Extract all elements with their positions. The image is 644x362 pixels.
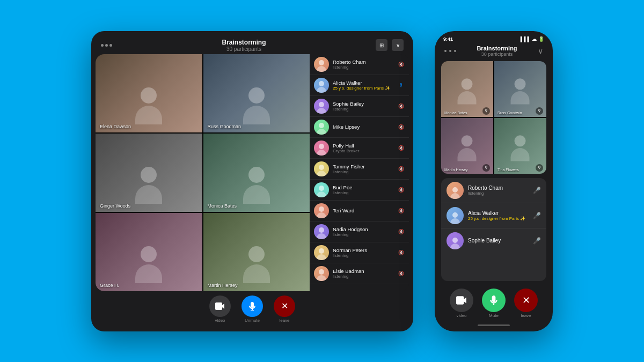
mic-icon: 🔇 bbox=[397, 270, 405, 277]
phone-avatar bbox=[447, 232, 464, 249]
tablet-control-bar: video Unmute ✕ leave bbox=[96, 291, 409, 327]
phone-participant-name-text: Roberto Cham bbox=[468, 185, 529, 191]
mic-icon: 🔇 bbox=[397, 249, 405, 256]
mute-button[interactable]: Unmute bbox=[241, 295, 263, 323]
video-name-2: Russ Goodman bbox=[208, 124, 241, 129]
avatar bbox=[314, 182, 329, 197]
list-item[interactable]: Teri Ward 🔇 bbox=[310, 201, 409, 221]
expand-button[interactable]: ∨ bbox=[392, 39, 404, 51]
phone-participant-status: listening bbox=[468, 191, 529, 196]
tablet-menu-dots[interactable] bbox=[101, 44, 112, 47]
phone-mic-icon: 🎤 bbox=[533, 212, 541, 219]
mute-label: Unmute bbox=[245, 318, 260, 323]
phone-video-cell: Martin Hersey 🎙 bbox=[441, 118, 493, 174]
avatar bbox=[314, 57, 329, 72]
list-item[interactable]: Norman Peters listening 🔇 bbox=[310, 242, 409, 263]
phone-mic-icon: 🎤 bbox=[533, 187, 541, 194]
phone-list-item[interactable]: Sophie Bailey 🎤 bbox=[441, 228, 546, 253]
video-person-5 bbox=[96, 213, 202, 291]
mic-icon: 🔇 bbox=[397, 144, 405, 152]
video-cell: Elena Dawson bbox=[96, 54, 202, 132]
tablet-title-area: Brainstorming 30 participants bbox=[112, 39, 376, 52]
participant-name-text: Tammy Fisher bbox=[333, 164, 393, 169]
list-item[interactable]: Alicia Walker 25 y.o. designer from Pari… bbox=[310, 75, 409, 96]
participant-name-text: Bud Poe bbox=[333, 184, 393, 190]
participant-status: listening bbox=[333, 65, 393, 70]
phone-menu-dots[interactable] bbox=[444, 50, 456, 52]
video-grid: Elena Dawson Russ Goodman Ginger Woods bbox=[96, 54, 310, 291]
list-item[interactable]: Bud Poe listening 🔇 bbox=[310, 180, 409, 201]
phone-leave-icon: ✕ bbox=[514, 289, 538, 312]
phone-mute-button[interactable]: Mute bbox=[482, 289, 506, 318]
phone-home-indicator bbox=[478, 324, 510, 326]
phone-video-cell: Russ Goodwin 🎙 bbox=[494, 61, 546, 117]
list-item[interactable]: Polly Hall Crypto Broker 🔇 bbox=[310, 138, 409, 159]
phone-control-bar: video Mute ✕ leave bbox=[439, 283, 548, 321]
phone-call-title: Brainstorming bbox=[456, 45, 538, 51]
avatar bbox=[314, 141, 329, 156]
phone-avatar bbox=[447, 182, 464, 199]
phone-mic-badge: 🎙 bbox=[536, 164, 543, 172]
phone-video-grid: Monica Bates 🎙 Russ Goodwin 🎙 Martin Her… bbox=[441, 61, 546, 174]
phone-list-item[interactable]: Alicia Walker 25 y.o. designer from Pari… bbox=[441, 203, 546, 228]
avatar bbox=[314, 245, 329, 260]
video-name-3: Ginger Woods bbox=[100, 203, 130, 209]
phone-avatar bbox=[447, 207, 464, 224]
participant-status: 25 y.o. designer from Paris ✨ bbox=[333, 86, 393, 91]
phone-mic-badge: 🎙 bbox=[536, 107, 543, 115]
phone-status-bar: 9:41 ▌▌▌ ☁ 🔋 bbox=[439, 36, 548, 44]
devices-container: Brainstorming 30 participants ⊞ ∨ Elena … bbox=[91, 31, 553, 331]
video-button[interactable]: video bbox=[209, 295, 231, 323]
list-item[interactable]: Nadia Hodgson listening 🔇 bbox=[310, 221, 409, 242]
participant-info: Alicia Walker 25 y.o. designer from Pari… bbox=[333, 80, 393, 91]
participant-status: listening bbox=[333, 232, 393, 237]
avatar bbox=[314, 78, 329, 93]
phone-mic-badge: 🎙 bbox=[482, 164, 490, 172]
phone-video-name: Martin Hersey bbox=[444, 168, 468, 172]
list-item[interactable]: Mike Lipsey 🔇 bbox=[310, 117, 409, 138]
phone-mute-icon bbox=[482, 289, 506, 312]
phone-leave-button[interactable]: ✕ leave bbox=[514, 289, 538, 318]
participant-info: Norman Peters listening bbox=[333, 247, 393, 258]
participant-name-text: Sophie Bailey bbox=[333, 101, 393, 107]
participant-name-text: Mike Lipsey bbox=[333, 124, 393, 130]
phone-title-area: Brainstorming 30 participants bbox=[456, 45, 538, 57]
participant-name-text: Polly Hall bbox=[333, 143, 393, 149]
video-name-1: Elena Dawson bbox=[100, 124, 131, 129]
phone-mute-label: Mute bbox=[489, 313, 499, 318]
participant-status: listening bbox=[333, 253, 393, 258]
list-item[interactable]: Roberto Cham listening 🔇 bbox=[310, 54, 409, 75]
grid-view-button[interactable]: ⊞ bbox=[376, 39, 387, 51]
video-person-4 bbox=[203, 134, 310, 212]
leave-label: leave bbox=[279, 318, 289, 323]
participant-status: listening bbox=[333, 190, 393, 195]
participant-info: Nadia Hodgson listening bbox=[333, 226, 393, 237]
participant-info: Roberto Cham listening bbox=[333, 59, 393, 70]
video-person-3 bbox=[96, 134, 202, 212]
mic-icon: 🔇 bbox=[397, 102, 405, 110]
tablet-header: Brainstorming 30 participants ⊞ ∨ bbox=[96, 35, 409, 54]
list-item[interactable]: Sophie Bailey listening 🔇 bbox=[310, 96, 409, 117]
video-cell: Grace H. bbox=[96, 213, 202, 291]
participant-status: listening bbox=[333, 169, 393, 174]
phone-mic-icon: 🎤 bbox=[533, 237, 541, 245]
participant-info: Sophie Bailey listening bbox=[333, 101, 393, 112]
avatar bbox=[314, 266, 329, 281]
phone-video-button[interactable]: video bbox=[450, 289, 473, 318]
participant-name-text: Teri Ward bbox=[333, 208, 393, 213]
list-item[interactable]: Elsie Badman listening 🔇 bbox=[310, 263, 409, 284]
participant-status: Crypto Broker bbox=[333, 149, 393, 153]
video-cell: Ginger Woods bbox=[96, 134, 202, 212]
phone-video-name: Russ Goodwin bbox=[497, 111, 522, 115]
participant-name-text: Alicia Walker bbox=[333, 80, 393, 86]
leave-button[interactable]: ✕ leave bbox=[274, 295, 295, 323]
video-cell: Monica Bates bbox=[203, 134, 310, 212]
phone-list-item[interactable]: Roberto Cham listening 🎤 bbox=[441, 178, 546, 203]
phone-time: 9:41 bbox=[443, 36, 453, 42]
video-name-5: Grace H. bbox=[100, 283, 119, 288]
mic-icon: 🎙 bbox=[397, 82, 405, 89]
mic-icon: 🔇 bbox=[397, 186, 405, 194]
phone-expand-button[interactable]: ∨ bbox=[538, 47, 543, 55]
phone-participant-status: 25 y.o. designer from Paris ✨ bbox=[468, 216, 529, 221]
list-item[interactable]: Tammy Fisher listening 🔇 bbox=[310, 159, 409, 180]
